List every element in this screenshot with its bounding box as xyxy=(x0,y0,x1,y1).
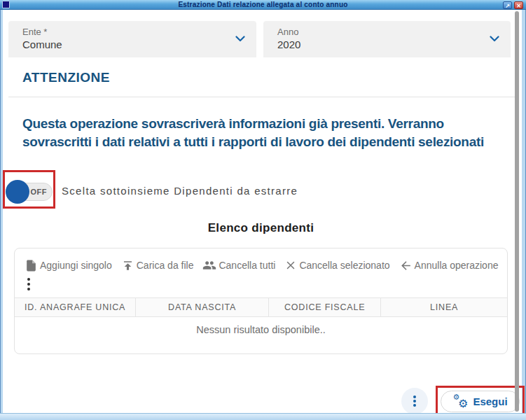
employee-list-title: Elenco dipendenti xyxy=(14,221,508,235)
anno-value: 2020 xyxy=(277,38,300,50)
chevron-down-icon xyxy=(235,36,245,42)
ente-select[interactable]: Ente * Comune xyxy=(8,21,256,57)
employee-toolbar: Aggiungi singolo Carica da file Cancella… xyxy=(25,257,503,274)
vertical-scrollbar[interactable] xyxy=(515,11,519,412)
window-bottom-bar xyxy=(0,413,526,420)
ente-label: Ente * xyxy=(22,27,47,37)
dialog-content: Ente * Comune Anno 2020 ATTENZIONE Quest… xyxy=(3,10,522,413)
toggle-state-label: OFF xyxy=(31,188,48,196)
toolbar-overflow-menu-button[interactable] xyxy=(27,278,36,290)
close-window-button[interactable]: ✕ xyxy=(514,1,523,9)
add-file-icon xyxy=(25,259,38,272)
restore-window-button[interactable]: ↗ xyxy=(503,1,512,9)
table-header-row: ID. ANAGRAFE UNICA DATA NASCITA CODICE F… xyxy=(15,298,507,317)
toggle-thumb-icon xyxy=(6,180,29,204)
add-single-button[interactable]: Aggiungi singolo xyxy=(25,259,112,272)
column-header-data-nascita: DATA NASCITA xyxy=(135,298,268,316)
column-header-linea: LINEA xyxy=(380,298,507,316)
add-single-label: Aggiungi singolo xyxy=(40,260,112,271)
annotation-box-toggle: OFF xyxy=(3,170,55,209)
footer-overflow-menu-button[interactable] xyxy=(401,388,428,414)
close-icon xyxy=(284,259,297,272)
people-icon xyxy=(202,258,216,272)
esegui-label: Esegui xyxy=(473,396,507,407)
divider xyxy=(8,97,516,97)
load-from-file-button[interactable]: Carica da file xyxy=(121,259,194,272)
kebab-icon xyxy=(413,396,416,398)
subset-toggle[interactable]: OFF xyxy=(5,172,53,206)
anno-select[interactable]: Anno 2020 xyxy=(263,21,511,57)
load-from-file-label: Carica da file xyxy=(137,260,194,271)
esegui-button[interactable]: ⚙ ⚙ Esegui xyxy=(441,391,520,412)
undo-operation-button[interactable]: Annulla operazione xyxy=(399,259,499,272)
subset-toggle-label: Scelta sottoinsieme Dipendenti da estrar… xyxy=(62,185,298,197)
window-title: Estrazione Dati relazione allegata al co… xyxy=(0,1,526,8)
kebab-icon xyxy=(27,278,30,281)
delete-all-label: Cancella tutti xyxy=(219,260,275,271)
undo-icon xyxy=(399,259,413,272)
delete-all-button[interactable]: Cancella tutti xyxy=(202,258,275,272)
empty-table-message: Nessun risultato disponibile.. xyxy=(15,324,507,335)
column-header-id-anagrafe: ID. ANAGRAFE UNICA xyxy=(15,298,135,316)
employee-list-panel: Aggiungi singolo Carica da file Cancella… xyxy=(14,248,508,354)
dialog-window: Estrazione Dati relazione allegata al co… xyxy=(0,0,526,420)
upload-icon xyxy=(121,259,134,272)
delete-selected-button[interactable]: Cancella selezionato xyxy=(284,259,389,272)
ente-value: Comune xyxy=(22,38,62,50)
gears-icon: ⚙ ⚙ xyxy=(452,394,468,410)
chevron-down-icon xyxy=(490,36,499,42)
titlebar: Estrazione Dati relazione allegata al co… xyxy=(0,0,526,10)
anno-label: Anno xyxy=(277,27,298,37)
warning-message: Questa operazione sovrascriverà informaz… xyxy=(22,115,508,151)
attention-heading: ATTENZIONE xyxy=(22,70,110,85)
column-header-codice-fiscale: CODICE FISCALE xyxy=(268,298,380,316)
delete-selected-label: Cancella selezionato xyxy=(299,260,389,271)
undo-operation-label: Annulla operazione xyxy=(415,260,499,271)
